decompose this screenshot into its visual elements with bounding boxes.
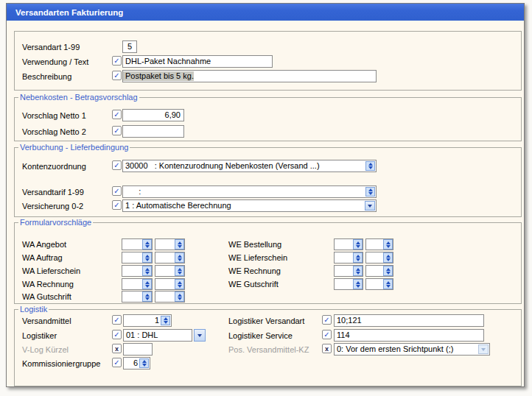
verbuchung-legend: Verbuchung - Lieferbedingung (18, 143, 130, 152)
beschreibung-check-icon[interactable]: ✓ (112, 71, 122, 80)
beschreibung-label: Beschreibung (22, 72, 71, 82)
spinner-icon[interactable] (383, 266, 393, 276)
spinner-icon[interactable] (142, 291, 152, 302)
logistiker-dropdown-arrow-icon[interactable] (194, 329, 206, 342)
kommissioniergruppe-check-icon[interactable]: ✓ (112, 358, 122, 367)
kontenzuordnung-spinner-icon[interactable] (365, 161, 375, 171)
logistiker-service-check-icon[interactable]: ✓ (322, 330, 332, 339)
we-lieferschein-label: WE Lieferschein (228, 253, 287, 263)
wa-lieferschein-spinbox-2[interactable] (155, 265, 185, 277)
spinner-icon[interactable] (353, 279, 363, 289)
versandart-input[interactable]: 5 (122, 40, 137, 53)
spinner-icon[interactable] (353, 239, 363, 250)
logistiker-service-value: 114 (335, 330, 350, 340)
wa-auftrag-label: WA Auftrag (22, 253, 63, 263)
we-lieferschein-spinbox-2[interactable] (365, 252, 393, 264)
logistiker-versandart-value: 10;121 (335, 316, 362, 325)
versandmittel-value: 1 (155, 316, 159, 325)
logistiker-versandart-input[interactable]: 10;121 (334, 314, 484, 327)
beschreibung-value: Postpaket bis 5 kg. (123, 71, 194, 81)
kommissioniergruppe-spinner-icon[interactable] (139, 358, 149, 368)
kontenzuordnung-combo[interactable]: 30000 : Kontenzurodnung Nebenkosten (Ver… (122, 160, 377, 172)
versandtarif-combo[interactable]: : (122, 185, 377, 198)
kontenzuordnung-check-icon[interactable]: ✓ (112, 160, 122, 170)
pos-versandmittel-kz-dropdown-arrow-icon (478, 344, 489, 354)
spinner-icon[interactable] (175, 279, 184, 289)
pos-versandmittel-kz-dropdown[interactable]: 0: Vor dem ersten Srichtpunkt (;) (334, 343, 490, 356)
wa-lieferschein-label: WA Lieferschein (22, 266, 80, 276)
wa-auftrag-spinbox-1[interactable] (122, 252, 153, 264)
versandtarif-value: : (123, 187, 141, 197)
wa-gutschrift-spinbox-1[interactable] (122, 291, 153, 303)
spinner-icon[interactable] (175, 239, 184, 250)
we-gutschrift-spinbox-1[interactable] (334, 278, 363, 290)
form-content: Versandart 1-99 5 Verwendung / Text ✓ DH… (7, 21, 524, 386)
we-lieferschein-spinbox-1[interactable] (334, 252, 363, 264)
wa-angebot-spinbox-2[interactable] (155, 238, 185, 250)
netto2-check-icon[interactable]: ✓ (112, 126, 122, 135)
netto1-input[interactable]: 6,90 (122, 109, 184, 121)
netto1-check-icon[interactable]: ✓ (112, 110, 122, 119)
spinner-icon[interactable] (383, 239, 393, 250)
formular-legend: Formularvorschläge (18, 218, 93, 227)
versicherung-dropdown-arrow-icon[interactable] (365, 201, 375, 211)
spinner-icon[interactable] (142, 279, 152, 289)
versandtarif-spinner-icon[interactable] (365, 187, 375, 197)
spinner-icon[interactable] (175, 252, 184, 263)
beschreibung-input[interactable]: Postpaket bis 5 kg. (122, 70, 377, 82)
logistiker-label: Logistiker (22, 331, 57, 341)
verwendung-check-icon[interactable]: ✓ (112, 56, 122, 66)
logistiker-check-icon[interactable]: ✓ (112, 330, 122, 339)
spinner-icon[interactable] (383, 252, 393, 263)
we-gutschrift-spinbox-2[interactable] (365, 278, 393, 290)
wa-lieferschein-spinbox-1[interactable] (122, 265, 153, 277)
versandtarif-check-icon[interactable]: ✓ (112, 186, 122, 196)
versandmittel-label: Versandmittel (22, 317, 71, 326)
netto2-label: Vorschlag Netto 2 (22, 127, 86, 137)
wa-auftrag-spinbox-2[interactable] (155, 252, 185, 264)
we-rechnung-spinbox-1[interactable] (334, 265, 363, 277)
versandmittel-spinner-icon[interactable] (161, 316, 170, 325)
spinner-icon[interactable] (175, 291, 184, 302)
spinner-icon[interactable] (142, 252, 152, 263)
verwendung-label: Verwendung / Text (22, 57, 88, 67)
kommissioniergruppe-input[interactable]: 6 (123, 357, 150, 370)
wa-angebot-spinbox-1[interactable] (122, 238, 153, 250)
spinner-icon[interactable] (383, 279, 393, 289)
spinner-icon[interactable] (353, 252, 363, 263)
wa-angebot-label: WA Angebot (22, 240, 66, 250)
spinner-icon[interactable] (175, 266, 184, 276)
wa-gutschrift-spinbox-2[interactable] (155, 291, 185, 303)
verwendung-input[interactable]: DHL-Paket Nachnahme (122, 55, 273, 68)
logistiker-versandart-label: Logistiker Versandart (228, 317, 304, 326)
pos-versandmittel-kz-value: 0: Vor dem ersten Srichtpunkt (;) (335, 344, 453, 354)
versicherung-label: Versicherung 0-2 (22, 202, 83, 211)
spinner-icon[interactable] (142, 266, 152, 276)
versicherung-dropdown[interactable]: 1 : Automatische Berechnung (122, 199, 377, 212)
we-rechnung-label: WE Rechnung (228, 266, 281, 276)
vlog-kuerzel-input[interactable] (123, 343, 153, 356)
spinner-icon[interactable] (353, 266, 363, 276)
wa-rechnung-spinbox-1[interactable] (122, 278, 153, 290)
kommissioniergruppe-value: 6 (133, 358, 138, 368)
netto2-input[interactable] (122, 125, 184, 138)
spinner-icon[interactable] (142, 239, 152, 250)
we-bestellung-spinbox-1[interactable] (334, 238, 363, 250)
wa-rechnung-spinbox-2[interactable] (155, 278, 185, 290)
logistiker-versandart-check-icon[interactable]: ✓ (322, 315, 332, 325)
pos-versandmittel-kz-cross-icon[interactable]: x (322, 344, 332, 353)
versandmittel-input[interactable]: 1 (123, 314, 172, 327)
we-rechnung-spinbox-2[interactable] (365, 265, 393, 277)
versandart-value: 5 (127, 42, 132, 52)
window-title: Versandarten Fakturierung (7, 8, 123, 17)
kontenzuordnung-value: 30000 : Kontenzurodnung Nebenkosten (Ver… (123, 161, 320, 171)
logistiker-dropdown[interactable]: 01 : DHL (123, 329, 192, 342)
pos-versandmittel-kz-label: Pos. Versandmittel-KZ (228, 345, 309, 355)
versicherung-check-icon[interactable]: ✓ (112, 200, 122, 210)
logistiker-service-input[interactable]: 114 (334, 329, 484, 342)
wa-rechnung-label: WA Rechnung (22, 280, 74, 289)
vlog-kuerzel-cross-icon[interactable]: x (112, 344, 122, 353)
wa-gutschrift-label: WA Gutschrift (22, 292, 71, 302)
versandmittel-check-icon[interactable]: ✓ (112, 315, 122, 325)
we-bestellung-spinbox-2[interactable] (365, 238, 393, 250)
